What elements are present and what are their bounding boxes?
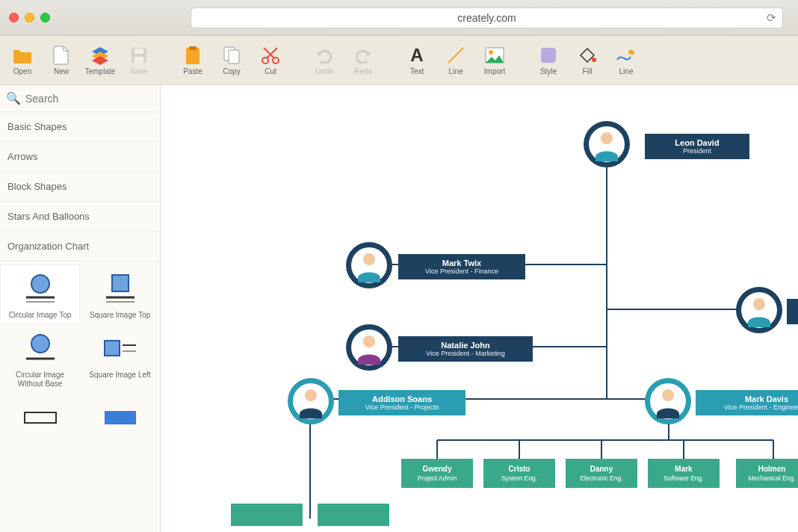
svg-point-45 (601, 132, 613, 144)
card-vp-projects[interactable]: Addison Soans Vice President - Projects (338, 390, 466, 415)
emp-card-proj2[interactable] (318, 504, 389, 526)
paste-button[interactable]: Paste (173, 38, 212, 83)
shape-grid: Circular Image Top Square Image Top Circ… (0, 262, 160, 444)
shape-extra-2[interactable] (80, 393, 160, 441)
cut-button[interactable]: Cut (251, 38, 290, 83)
toolbar: Open New Template Save Paste Copy Cut Un… (0, 36, 798, 85)
bucket-icon (577, 45, 598, 66)
line-style-button[interactable]: Line (607, 38, 646, 83)
template-icon (90, 45, 111, 66)
avatar-vp-marketing[interactable] (346, 324, 392, 371)
copy-button[interactable]: Copy (212, 38, 251, 83)
svg-line-12 (448, 48, 463, 63)
card-vp-finance[interactable]: Mark Twix Vice President - Finance (398, 254, 525, 279)
text-button[interactable]: A Text (398, 38, 436, 83)
shape-extra-1[interactable] (0, 393, 80, 441)
shape-square-image-top[interactable]: Square Image Top (80, 265, 160, 324)
shape-circular-image-nobase[interactable]: Circular Image Without Base (0, 324, 80, 393)
folder-icon (12, 45, 33, 66)
category-block-shapes[interactable]: Block Shapes (0, 172, 160, 202)
main: 🔍 Basic Shapes Arrows Block Shapes Stars… (0, 85, 798, 532)
search-row: 🔍 (0, 85, 160, 112)
emp-card-proj1[interactable] (231, 504, 303, 526)
category-stars-balloons[interactable]: Stars And Balloons (0, 202, 160, 232)
emp-card-mark[interactable]: Mark Software Eng. (648, 459, 720, 488)
image-icon (484, 45, 505, 66)
card-president[interactable]: Leon David President (645, 134, 749, 159)
style-icon (538, 45, 559, 66)
card-vp-hr[interactable]: Stephen George Vice President HR (787, 299, 798, 324)
svg-rect-25 (105, 341, 120, 356)
emp-card-gwendy[interactable]: Gwendy Project Admin (401, 459, 473, 488)
line-icon (445, 45, 466, 66)
new-button[interactable]: New (42, 38, 81, 83)
svg-rect-29 (105, 411, 136, 424)
svg-point-17 (31, 275, 49, 293)
save-button[interactable]: Save (120, 38, 158, 83)
undo-button[interactable]: Undo (305, 38, 344, 83)
undo-icon (314, 45, 335, 66)
category-basic-shapes[interactable]: Basic Shapes (0, 112, 160, 142)
svg-rect-6 (186, 48, 200, 64)
pencil-line-icon (616, 45, 637, 66)
svg-rect-15 (541, 48, 556, 63)
avatar-vp-projects[interactable] (288, 378, 334, 424)
url-text: creately.com (457, 12, 516, 24)
shape-circular-image-top[interactable]: Circular Image Top (0, 265, 80, 324)
address-bar[interactable]: creately.com ⟳ (191, 7, 783, 28)
svg-point-51 (363, 335, 375, 347)
browser-chrome: creately.com ⟳ (0, 0, 798, 36)
emp-card-cristo[interactable]: Cristo System Eng. (483, 459, 555, 488)
svg-marker-2 (92, 56, 108, 65)
minimize-window-button[interactable] (25, 13, 34, 22)
search-input[interactable] (25, 93, 156, 105)
svg-point-47 (363, 253, 375, 265)
emp-card-danny[interactable]: Danny Electronic Eng. (566, 459, 637, 488)
window-controls (9, 13, 50, 22)
line-button[interactable]: Line (436, 38, 475, 83)
svg-point-14 (489, 50, 493, 55)
svg-rect-4 (134, 49, 143, 54)
shapes-sidebar: 🔍 Basic Shapes Arrows Block Shapes Stars… (0, 85, 161, 532)
fill-button[interactable]: Fill (568, 38, 607, 83)
category-org-chart[interactable]: Organization Chart (0, 232, 160, 262)
redo-icon (353, 45, 374, 66)
redo-button[interactable]: Redo (344, 38, 383, 83)
maximize-window-button[interactable] (40, 13, 50, 22)
svg-point-55 (662, 389, 674, 401)
card-vp-engineering[interactable]: Mark Davis Vice President - Engineering (696, 390, 798, 415)
avatar-vp-engineering[interactable] (645, 378, 691, 424)
card-vp-marketing[interactable]: Natalie John Vice President - Marketing (398, 336, 533, 362)
template-button[interactable]: Template (81, 38, 120, 83)
save-icon (129, 45, 149, 66)
text-icon: A (406, 45, 427, 66)
reload-icon[interactable]: ⟳ (767, 11, 776, 25)
svg-rect-9 (229, 50, 239, 64)
svg-rect-20 (112, 275, 129, 291)
svg-rect-7 (189, 46, 197, 50)
paste-icon (182, 45, 203, 66)
open-button[interactable]: Open (3, 38, 42, 83)
copy-icon (221, 45, 242, 66)
category-arrows[interactable]: Arrows (0, 142, 160, 172)
svg-point-53 (305, 389, 317, 401)
new-file-icon (51, 45, 72, 66)
shape-square-image-left[interactable]: Square Image Left (80, 324, 160, 393)
svg-rect-28 (25, 412, 56, 423)
style-button[interactable]: Style (529, 38, 568, 83)
svg-rect-5 (134, 57, 143, 63)
emp-card-holmen[interactable]: Holmen Mechanical Eng. (736, 459, 798, 488)
avatar-vp-finance[interactable] (346, 242, 392, 288)
avatar-president[interactable] (584, 121, 630, 167)
svg-point-23 (31, 335, 49, 353)
close-window-button[interactable] (9, 13, 19, 22)
scissors-icon (260, 45, 281, 66)
canvas[interactable]: Leon David President Mark Twix Vice Pres… (161, 85, 798, 532)
svg-point-49 (753, 298, 765, 310)
import-button[interactable]: Import (475, 38, 514, 83)
svg-point-16 (592, 58, 596, 62)
search-icon: 🔍 (6, 91, 21, 105)
avatar-vp-hr[interactable] (736, 287, 782, 333)
